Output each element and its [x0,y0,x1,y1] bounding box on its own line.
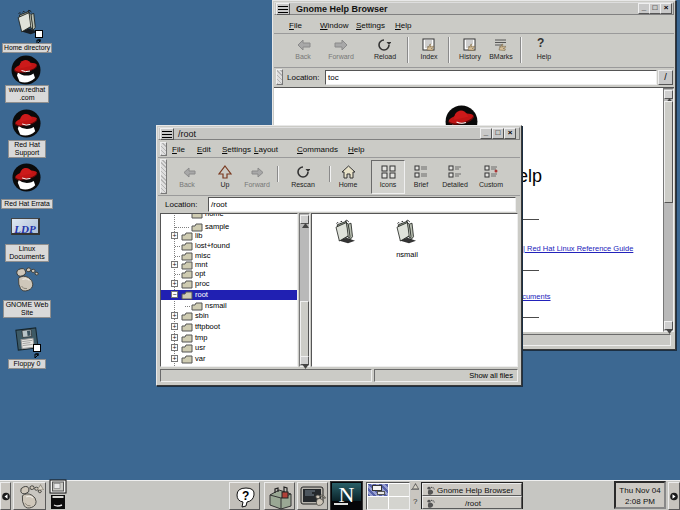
svg-text:?: ? [242,489,249,503]
